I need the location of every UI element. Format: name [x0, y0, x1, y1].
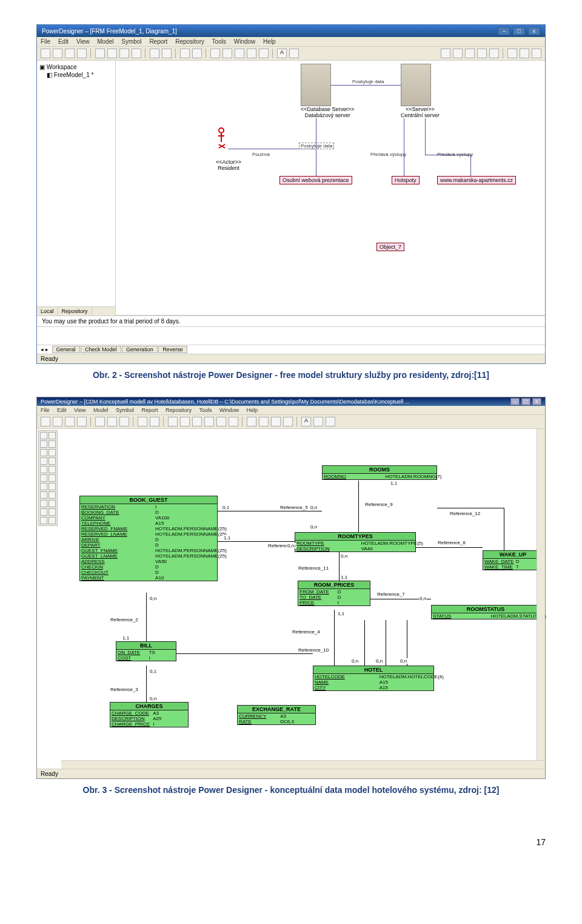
lasso-icon[interactable] [48, 432, 56, 439]
entity-roomstatus[interactable]: ROOMSTATUS STATUSHOTELADM.STATUS(10) [431, 605, 540, 619]
redo-icon[interactable] [162, 49, 172, 58]
undo-icon[interactable] [150, 49, 159, 58]
menu-model[interactable]: Model [97, 38, 113, 45]
menu-file[interactable]: File [41, 38, 50, 45]
cdm-canvas[interactable]: BOOK_GUEST RESERVATIONIBOOKING_DATEDCOMP… [37, 429, 545, 769]
menu-tools[interactable]: Tools [212, 38, 226, 45]
tool-icon[interactable] [48, 500, 56, 507]
layout-icon[interactable] [477, 49, 487, 58]
menu-file[interactable]: File [41, 407, 50, 413]
layout-icon[interactable] [465, 49, 475, 58]
diagram-canvas[interactable]: <<Database Server>> Databázový server <<… [116, 61, 545, 315]
find-icon[interactable] [180, 49, 190, 58]
maximize-button[interactable]: □ [521, 398, 530, 405]
tool-icon[interactable] [48, 491, 56, 499]
tool-icon[interactable] [289, 49, 299, 58]
tool-icon[interactable] [48, 474, 56, 482]
grabber-icon[interactable] [40, 440, 47, 448]
menu-model[interactable]: Model [93, 407, 109, 413]
tool-icon[interactable] [247, 49, 256, 58]
tool-icon[interactable] [216, 417, 226, 427]
package-icon[interactable] [40, 474, 47, 482]
save-icon[interactable] [65, 49, 75, 58]
new-icon[interactable] [41, 417, 50, 427]
menu-window[interactable]: Window [219, 407, 239, 413]
maximize-button[interactable]: □ [513, 27, 525, 35]
output-tab[interactable]: General [52, 346, 80, 353]
close-button[interactable]: x [528, 27, 540, 35]
delete-icon[interactable] [132, 49, 141, 58]
menu-symbol[interactable]: Symbol [116, 407, 134, 413]
tool-icon[interactable] [204, 417, 214, 427]
tool-icon[interactable] [48, 483, 56, 490]
scrollbar-horizontal[interactable] [61, 760, 545, 769]
menu-report[interactable]: Report [149, 38, 167, 45]
entity-roomtypes[interactable]: ROOMTYPES ROOMTYPEHOTELADM.ROOMTYPE(5)DE… [295, 532, 416, 552]
box-makarska[interactable]: www.makarska-apartments.cz [437, 176, 516, 184]
inheritance-icon[interactable] [48, 457, 56, 465]
rect-icon[interactable] [40, 508, 47, 516]
note-icon[interactable] [40, 483, 47, 490]
polyline-icon[interactable] [48, 517, 56, 524]
zoom-out-icon[interactable] [40, 449, 47, 456]
tool-icon[interactable] [235, 49, 244, 58]
print-icon[interactable] [77, 417, 87, 427]
actor-icon[interactable] [216, 127, 227, 152]
zoom-in-icon[interactable] [48, 440, 56, 448]
menu-view[interactable]: View [76, 38, 90, 45]
menu-help[interactable]: Help [263, 38, 276, 45]
tool-icon[interactable] [210, 49, 220, 58]
layout-icon[interactable] [453, 49, 463, 58]
tool-icon[interactable] [180, 417, 190, 427]
tool-icon[interactable] [313, 417, 323, 427]
layout-icon[interactable] [489, 49, 499, 58]
menu-window[interactable]: Window [234, 38, 256, 45]
paste-icon[interactable] [119, 417, 129, 427]
rounded-rect-icon[interactable] [40, 517, 47, 524]
central-server-node[interactable] [401, 64, 431, 106]
box-object7[interactable]: Object_7 [376, 243, 404, 251]
text-icon[interactable] [40, 491, 47, 499]
entity-rooms[interactable]: ROOMS ROOMNOHOTELADM.ROOMNO(7) [322, 465, 437, 480]
redo-icon[interactable] [150, 417, 159, 427]
tool-icon[interactable] [229, 417, 238, 427]
entity-exchange-rate[interactable]: EXCHANGE_RATE CURRENCYA3RATEDC6,3 [237, 705, 316, 725]
tool-icon[interactable] [247, 417, 256, 427]
output-tab[interactable]: Reverse [158, 346, 187, 353]
tab-repository[interactable]: Repository [58, 307, 92, 315]
copy-icon[interactable] [107, 49, 117, 58]
menu-edit[interactable]: Edit [57, 407, 67, 413]
entity-book-guest[interactable]: BOOK_GUEST RESERVATIONIBOOKING_DATEDCOMP… [79, 496, 218, 581]
minimize-button[interactable]: – [498, 27, 510, 35]
entity-room-prices[interactable]: ROOM_PRICES FROM_DATEDTO_DATEDPRICEI [298, 581, 370, 606]
menu-repository[interactable]: Repository [166, 407, 192, 413]
print-icon[interactable] [77, 49, 87, 58]
close-button[interactable]: × [532, 398, 541, 405]
save-icon[interactable] [65, 417, 75, 427]
entity-icon[interactable] [48, 449, 56, 456]
properties-icon[interactable] [192, 49, 202, 58]
menu-report[interactable]: Report [142, 407, 158, 413]
line-icon[interactable] [40, 500, 47, 507]
paste-icon[interactable] [119, 49, 129, 58]
menu-edit[interactable]: Edit [58, 38, 69, 45]
tool-icon[interactable] [283, 417, 293, 427]
undo-icon[interactable] [138, 417, 147, 427]
zoom-icon[interactable] [532, 49, 541, 58]
output-tab[interactable]: Generation [122, 346, 158, 353]
entity-charges[interactable]: CHARGES CHARGE_CODEA3DESCRIPTIONA25CHARG… [110, 702, 189, 727]
output-tab[interactable]: Check Model [81, 346, 121, 353]
zoom-icon[interactable] [507, 49, 517, 58]
cut-icon[interactable] [95, 417, 105, 427]
tab-local[interactable]: Local [37, 307, 58, 315]
copy-icon[interactable] [107, 417, 117, 427]
open-icon[interactable] [53, 49, 62, 58]
association-icon[interactable] [40, 466, 47, 473]
layout-icon[interactable] [441, 49, 450, 58]
zoom-icon[interactable] [520, 49, 529, 58]
menu-view[interactable]: View [74, 407, 85, 413]
tool-icon[interactable] [271, 417, 281, 427]
text-tool-icon[interactable]: A [277, 49, 287, 58]
db-server-node[interactable] [301, 64, 331, 106]
entity-wake-up[interactable]: WAKE_UP WAKE_DATEDWAKE_TIMET [483, 550, 543, 570]
